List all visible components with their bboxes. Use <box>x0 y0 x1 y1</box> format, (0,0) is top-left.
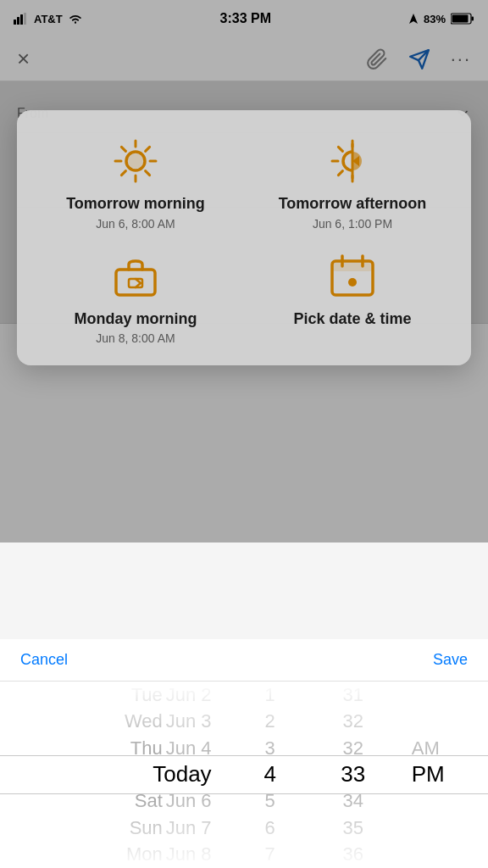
tomorrow-afternoon-sublabel: Jun 6, 1:00 PM <box>313 217 392 231</box>
snooze-pick-date[interactable]: Pick date & time <box>251 251 454 346</box>
calendar-dot-icon <box>327 251 378 302</box>
min-row-0: 31 <box>312 682 395 708</box>
tomorrow-afternoon-label: Tomorrow afternoon <box>279 195 427 214</box>
svg-line-13 <box>121 147 125 151</box>
hour-row-selected: 4 <box>229 761 312 787</box>
tomorrow-morning-sublabel: Jun 6, 8:00 AM <box>96 217 175 231</box>
picker-section: Cancel Save Tue Jun 2 Wed Jun 3 Thu Jun … <box>0 639 488 868</box>
date-column: Tue Jun 2 Wed Jun 3 Thu Jun 4 Today Sat … <box>0 682 229 868</box>
svg-line-16 <box>121 171 125 175</box>
date-row-6: Mon Jun 8 <box>0 842 229 868</box>
svg-point-35 <box>348 278 357 287</box>
svg-line-24 <box>338 171 342 175</box>
snooze-grid: Tomorrow morning Jun 6, 8:00 AM <box>34 136 454 345</box>
hour-column: 1 2 3 4 5 6 7 <box>229 682 312 868</box>
hour-row-5: 6 <box>229 815 312 841</box>
minute-column: 31 32 32 33 34 35 36 <box>312 682 395 868</box>
ampm-row-5 <box>395 815 488 841</box>
date-row-0: Tue Jun 2 <box>0 682 229 708</box>
drum-picker[interactable]: Tue Jun 2 Wed Jun 3 Thu Jun 4 Today Sat … <box>0 682 488 868</box>
snooze-tomorrow-morning[interactable]: Tomorrow morning Jun 6, 8:00 AM <box>34 136 237 231</box>
svg-point-17 <box>128 153 143 169</box>
date-row-today: Today <box>0 761 229 787</box>
date-row-4: Sat Jun 6 <box>0 788 229 815</box>
min-row-1: 32 <box>312 708 395 734</box>
hour-row-1: 2 <box>229 708 312 734</box>
tomorrow-morning-label: Tomorrow morning <box>66 195 205 214</box>
ampm-row-1 <box>395 708 488 734</box>
svg-line-15 <box>146 147 150 151</box>
min-row-selected: 33 <box>312 761 395 787</box>
sun-full-icon <box>110 136 161 186</box>
svg-rect-27 <box>116 270 155 295</box>
min-row-5: 35 <box>312 815 395 841</box>
ampm-row-selected: PM <box>395 761 488 787</box>
hour-row-0: 1 <box>229 682 312 708</box>
date-row-1: Wed Jun 3 <box>0 708 229 734</box>
date-row-2: Thu Jun 4 <box>0 735 229 761</box>
hour-row-2: 3 <box>229 735 312 761</box>
picker-toolbar: Cancel Save <box>0 639 488 682</box>
min-row-4: 34 <box>312 788 395 815</box>
pick-date-label: Pick date & time <box>293 310 411 329</box>
monday-morning-sublabel: Jun 8, 8:00 AM <box>96 331 175 345</box>
sun-half-icon <box>327 136 378 186</box>
svg-line-14 <box>146 171 150 175</box>
min-row-2: 32 <box>312 735 395 761</box>
ampm-row-0 <box>395 682 488 708</box>
hour-row-4: 5 <box>229 788 312 815</box>
svg-line-23 <box>338 147 342 151</box>
min-row-6: 36 <box>312 842 395 868</box>
briefcase-icon <box>110 251 161 302</box>
ampm-column: AM PM <box>395 682 488 868</box>
ampm-row-6 <box>395 842 488 868</box>
snooze-tomorrow-afternoon[interactable]: Tomorrow afternoon Jun 6, 1:00 PM <box>251 136 454 231</box>
ampm-row-am: AM <box>395 735 488 761</box>
hour-row-6: 7 <box>229 842 312 868</box>
snooze-monday-morning[interactable]: Monday morning Jun 8, 8:00 AM <box>34 251 237 346</box>
save-button[interactable]: Save <box>433 651 468 669</box>
date-row-5: Sun Jun 7 <box>0 815 229 841</box>
ampm-row-4 <box>395 788 488 815</box>
svg-rect-32 <box>332 261 373 271</box>
monday-morning-label: Monday morning <box>75 310 197 329</box>
cancel-button[interactable]: Cancel <box>20 651 68 669</box>
snooze-modal: Tomorrow morning Jun 6, 8:00 AM <box>17 110 471 365</box>
